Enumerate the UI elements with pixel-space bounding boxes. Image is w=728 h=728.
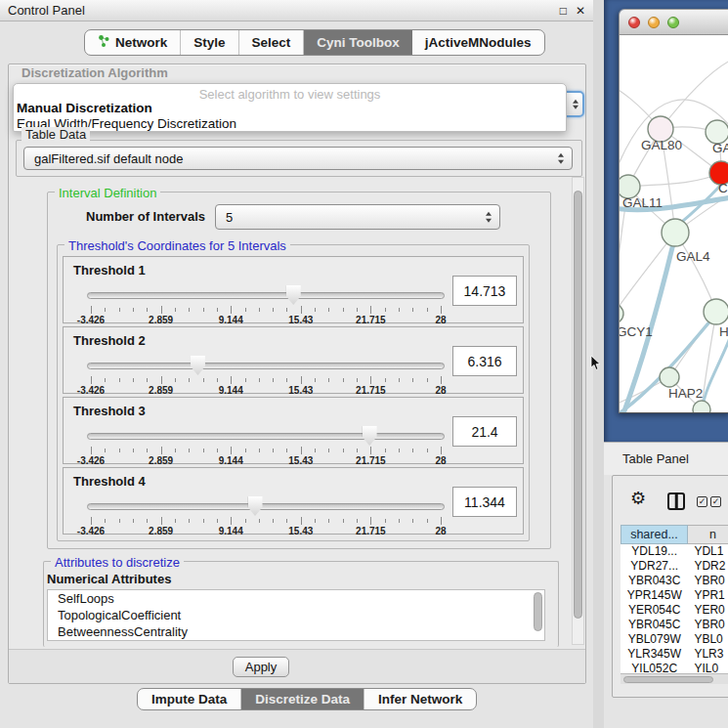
slider-track[interactable]	[87, 503, 445, 510]
cell-name[interactable]: YLR3	[688, 647, 728, 662]
threshold-3-value-field[interactable]: 21.4	[452, 416, 517, 447]
threshold-2-value-field[interactable]: 6.316	[452, 346, 517, 376]
slider-track[interactable]	[87, 433, 445, 440]
cell-shared-name[interactable]: YBL079W	[621, 632, 688, 647]
cell-name[interactable]: YDL1	[688, 544, 728, 559]
slider-track[interactable]	[87, 363, 445, 369]
cell-shared-name[interactable]: YER054C	[621, 603, 688, 618]
list-item[interactable]: TopologicalCoefficient	[48, 607, 544, 623]
list-item[interactable]: SelfLoops	[48, 590, 544, 607]
minimize-traffic-light[interactable]	[648, 17, 660, 28]
columns-icon[interactable]	[667, 492, 685, 510]
threshold-4-slider[interactable]: -3.4262.8599.14415.4321.71528	[87, 493, 445, 535]
table-data-legend: Table Data	[21, 127, 90, 142]
table-row[interactable]: YLR345WYLR3	[621, 647, 728, 662]
table-data-combobox[interactable]: galFiltered.sif default node	[23, 147, 573, 170]
cell-shared-name[interactable]: YIL052C	[621, 662, 688, 673]
network-node-label: HAP2	[668, 386, 703, 401]
table-body: YDL19...YDL1YDR27...YDR2YBR043CYBR0YPR14…	[621, 544, 728, 673]
slider-tick-labels: -3.4262.8599.14415.4321.71528	[91, 455, 441, 466]
zoom-traffic-light[interactable]	[667, 17, 679, 28]
slider-tick-labels: -3.4262.8599.14415.4321.71528	[91, 526, 441, 536]
tab-style[interactable]: Style	[181, 30, 238, 55]
float-window-icon[interactable]: □	[560, 4, 567, 18]
table-row[interactable]: YER054CYER0	[621, 603, 728, 618]
tab-discretize-data[interactable]: Discretize Data	[241, 689, 364, 709]
numerical-attributes-list: SelfLoops TopologicalCoefficient Between…	[47, 589, 545, 641]
table-row[interactable]: YBL079WYBL0	[621, 632, 728, 647]
slider-thumb[interactable]	[248, 496, 263, 516]
network-window-titlebar[interactable]	[620, 10, 728, 35]
checkbox-icon[interactable]: ✓	[710, 496, 721, 507]
mouse-cursor	[590, 356, 601, 375]
cell-shared-name[interactable]: YPR145W	[621, 588, 688, 603]
column-header-name[interactable]: n	[688, 525, 728, 544]
network-node-label: GAL4	[676, 249, 710, 264]
threshold-1-slider[interactable]: -3.4262.8599.14415.4321.71528	[87, 282, 445, 323]
cell-shared-name[interactable]: YBR045C	[621, 618, 688, 632]
threshold-1-value-field[interactable]: 14.713	[452, 276, 517, 306]
table-row[interactable]: YBR043CYBR0	[621, 574, 728, 588]
settings-scrollbar-thumb[interactable]	[574, 191, 582, 619]
cell-shared-name[interactable]: YDL19...	[621, 544, 688, 559]
network-canvas[interactable]: GAL80GACGAL11GAL4GCY1HHAP2	[620, 35, 728, 413]
cell-name[interactable]: YER0	[688, 603, 728, 618]
table-panel: ⚙ ✓ ✓ shared... n YDL19...YDL1YDR27...YD…	[612, 475, 728, 698]
slider-thumb[interactable]	[286, 285, 301, 305]
network-node[interactable]	[660, 367, 679, 387]
table-row[interactable]: YIL052CYIL0	[621, 662, 728, 673]
tab-select[interactable]: Select	[239, 30, 305, 55]
table-row[interactable]: YDL19...YDL1	[621, 544, 728, 559]
combo-arrows-icon	[486, 212, 492, 223]
settings-scrollbar[interactable]	[572, 177, 584, 645]
network-node[interactable]	[620, 304, 623, 323]
network-node[interactable]	[704, 299, 728, 324]
cell-name[interactable]: YBR0	[688, 574, 728, 588]
threshold-row-3: Threshold 3 -3.4262.8599.14415.4321.7152…	[63, 397, 524, 464]
table-row[interactable]: YDR27...YDR2	[621, 559, 728, 574]
cell-shared-name[interactable]: YDR27...	[621, 559, 688, 574]
network-edge[interactable]	[628, 173, 721, 187]
checkbox-icon[interactable]: ✓	[697, 496, 707, 507]
tab-cyni-toolbox[interactable]: Cyni Toolbox	[304, 30, 412, 55]
node-table: shared... n YDL19...YDL1YDR27...YDR2YBR0…	[621, 525, 728, 673]
slider-thumb[interactable]	[363, 426, 377, 446]
cell-name[interactable]: YBL0	[688, 632, 728, 647]
cell-name[interactable]: YDR2	[688, 559, 728, 574]
tab-network[interactable]: Network	[85, 30, 181, 55]
cell-name[interactable]: YIL0	[688, 662, 728, 673]
table-row[interactable]: YPR145WYPR1	[621, 588, 728, 603]
slider-track[interactable]	[87, 292, 445, 299]
threshold-3-slider[interactable]: -3.4262.8599.14415.4321.71528	[87, 423, 445, 464]
option-manual-discretization[interactable]: Manual Discretization	[17, 101, 152, 115]
close-window-icon[interactable]: ✕	[576, 4, 585, 18]
cell-shared-name[interactable]: YBR043C	[621, 574, 688, 588]
combo-arrows-icon	[558, 153, 564, 164]
network-view-window: GAL80GACGAL11GAL4GCY1HHAP2	[619, 9, 728, 413]
tab-infer-network[interactable]: Infer Network	[364, 689, 476, 709]
network-node-label: H	[719, 324, 728, 339]
network-node[interactable]	[662, 219, 689, 246]
gear-icon[interactable]: ⚙	[630, 490, 646, 507]
cell-name[interactable]: YBR0	[688, 618, 728, 632]
slider-thumb[interactable]	[191, 356, 205, 375]
tab-jactivemnodules[interactable]: jActiveMNodules	[412, 30, 544, 55]
apply-button[interactable]: Apply	[233, 657, 289, 677]
number-of-intervals-combobox[interactable]: 5	[215, 204, 500, 230]
threshold-2-slider[interactable]: -3.4262.8599.14415.4321.71528	[87, 353, 445, 394]
list-scrollbar-thumb[interactable]	[534, 592, 542, 631]
table-hscrollbar[interactable]	[621, 673, 728, 684]
network-edge[interactable]	[661, 60, 728, 129]
table-row[interactable]: YBR045CYBR0	[621, 618, 728, 632]
cell-shared-name[interactable]: YLR345W	[621, 647, 688, 662]
tab-impute-data[interactable]: Impute Data	[138, 689, 241, 709]
screen: Control Panel □ ✕ Network Style Select C…	[0, 0, 728, 728]
network-node[interactable]	[693, 401, 710, 413]
close-traffic-light[interactable]	[628, 17, 640, 28]
list-item[interactable]: BetweennessCentrality	[48, 623, 544, 640]
column-header-shared[interactable]: shared...	[621, 525, 688, 544]
cell-name[interactable]: YPR1	[688, 588, 728, 603]
table-hscrollbar-thumb[interactable]	[623, 676, 713, 683]
threshold-4-value-field[interactable]: 11.344	[452, 487, 517, 517]
network-node-label: C	[718, 181, 728, 195]
